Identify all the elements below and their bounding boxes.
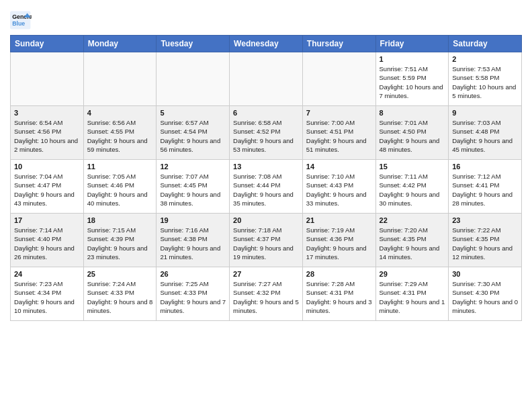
page-header: General Blue bbox=[10, 7, 522, 30]
weekday-header-friday: Friday bbox=[375, 36, 449, 52]
day-number: 30 bbox=[452, 270, 518, 278]
day-detail: Sunrise: 7:07 AMSunset: 4:45 PMDaylight:… bbox=[160, 172, 226, 208]
day-number: 18 bbox=[87, 216, 153, 224]
day-cell-24: 24Sunrise: 7:23 AMSunset: 4:34 PMDayligh… bbox=[11, 267, 84, 321]
day-detail: Sunrise: 7:30 AMSunset: 4:30 PMDaylight:… bbox=[452, 279, 518, 315]
day-cell-27: 27Sunrise: 7:27 AMSunset: 4:32 PMDayligh… bbox=[230, 267, 303, 321]
empty-cell bbox=[11, 52, 84, 106]
day-detail: Sunrise: 7:12 AMSunset: 4:41 PMDaylight:… bbox=[452, 172, 518, 208]
day-number: 28 bbox=[306, 270, 372, 278]
empty-cell bbox=[83, 52, 157, 106]
day-detail: Sunrise: 7:22 AMSunset: 4:35 PMDaylight:… bbox=[452, 226, 518, 261]
day-detail: Sunrise: 6:56 AMSunset: 4:55 PMDaylight:… bbox=[87, 118, 153, 154]
day-number: 29 bbox=[380, 270, 445, 278]
day-detail: Sunrise: 7:24 AMSunset: 4:33 PMDaylight:… bbox=[87, 279, 153, 315]
day-cell-2: 2Sunrise: 7:53 AMSunset: 5:58 PMDaylight… bbox=[449, 52, 522, 106]
day-number: 4 bbox=[87, 109, 153, 117]
day-cell-18: 18Sunrise: 7:15 AMSunset: 4:39 PMDayligh… bbox=[83, 214, 157, 267]
empty-cell bbox=[302, 52, 375, 106]
day-cell-3: 3Sunrise: 6:54 AMSunset: 4:56 PMDaylight… bbox=[11, 106, 84, 160]
day-detail: Sunrise: 7:10 AMSunset: 4:43 PMDaylight:… bbox=[306, 172, 372, 208]
day-cell-9: 9Sunrise: 7:03 AMSunset: 4:48 PMDaylight… bbox=[449, 106, 522, 160]
day-number: 13 bbox=[233, 163, 299, 171]
day-cell-5: 5Sunrise: 6:57 AMSunset: 4:54 PMDaylight… bbox=[157, 106, 230, 160]
day-number: 1 bbox=[380, 55, 445, 63]
day-cell-6: 6Sunrise: 6:58 AMSunset: 4:52 PMDaylight… bbox=[230, 106, 303, 160]
day-detail: Sunrise: 7:01 AMSunset: 4:50 PMDaylight:… bbox=[380, 118, 445, 154]
day-number: 11 bbox=[87, 163, 153, 171]
day-cell-22: 22Sunrise: 7:20 AMSunset: 4:35 PMDayligh… bbox=[375, 214, 449, 267]
day-cell-14: 14Sunrise: 7:10 AMSunset: 4:43 PMDayligh… bbox=[302, 160, 375, 214]
day-number: 5 bbox=[160, 109, 226, 117]
day-number: 17 bbox=[14, 216, 80, 224]
day-detail: Sunrise: 7:28 AMSunset: 4:31 PMDaylight:… bbox=[306, 279, 372, 315]
weekday-header-wednesday: Wednesday bbox=[230, 36, 303, 52]
day-cell-11: 11Sunrise: 7:05 AMSunset: 4:46 PMDayligh… bbox=[83, 160, 157, 214]
empty-cell bbox=[157, 52, 230, 106]
weekday-header-tuesday: Tuesday bbox=[157, 36, 230, 52]
day-detail: Sunrise: 7:05 AMSunset: 4:46 PMDaylight:… bbox=[87, 172, 153, 208]
day-detail: Sunrise: 7:23 AMSunset: 4:34 PMDaylight:… bbox=[14, 279, 80, 315]
day-number: 20 bbox=[233, 216, 299, 224]
day-detail: Sunrise: 7:53 AMSunset: 5:58 PMDaylight:… bbox=[452, 64, 518, 100]
day-number: 2 bbox=[452, 55, 518, 63]
day-detail: Sunrise: 7:04 AMSunset: 4:47 PMDaylight:… bbox=[14, 172, 80, 208]
day-cell-15: 15Sunrise: 7:11 AMSunset: 4:42 PMDayligh… bbox=[375, 160, 449, 214]
day-cell-23: 23Sunrise: 7:22 AMSunset: 4:35 PMDayligh… bbox=[449, 214, 522, 267]
day-cell-17: 17Sunrise: 7:14 AMSunset: 4:40 PMDayligh… bbox=[11, 214, 84, 267]
day-number: 10 bbox=[14, 163, 80, 171]
day-detail: Sunrise: 7:14 AMSunset: 4:40 PMDaylight:… bbox=[14, 226, 80, 261]
day-number: 26 bbox=[160, 270, 226, 278]
day-cell-4: 4Sunrise: 6:56 AMSunset: 4:55 PMDaylight… bbox=[83, 106, 157, 160]
day-cell-20: 20Sunrise: 7:18 AMSunset: 4:37 PMDayligh… bbox=[230, 214, 303, 267]
day-cell-19: 19Sunrise: 7:16 AMSunset: 4:38 PMDayligh… bbox=[157, 214, 230, 267]
day-number: 12 bbox=[160, 163, 226, 171]
day-detail: Sunrise: 7:51 AMSunset: 5:59 PMDaylight:… bbox=[380, 64, 445, 100]
day-cell-16: 16Sunrise: 7:12 AMSunset: 4:41 PMDayligh… bbox=[449, 160, 522, 214]
day-cell-25: 25Sunrise: 7:24 AMSunset: 4:33 PMDayligh… bbox=[83, 267, 157, 321]
day-detail: Sunrise: 7:27 AMSunset: 4:32 PMDaylight:… bbox=[233, 279, 299, 315]
weekday-header-sunday: Sunday bbox=[11, 36, 84, 52]
day-detail: Sunrise: 7:03 AMSunset: 4:48 PMDaylight:… bbox=[452, 118, 518, 154]
day-number: 6 bbox=[233, 109, 299, 117]
day-detail: Sunrise: 7:11 AMSunset: 4:42 PMDaylight:… bbox=[380, 172, 445, 208]
day-number: 23 bbox=[452, 216, 518, 224]
day-detail: Sunrise: 7:18 AMSunset: 4:37 PMDaylight:… bbox=[233, 226, 299, 261]
day-number: 24 bbox=[14, 270, 80, 278]
day-detail: Sunrise: 7:15 AMSunset: 4:39 PMDaylight:… bbox=[87, 226, 153, 261]
day-detail: Sunrise: 7:08 AMSunset: 4:44 PMDaylight:… bbox=[233, 172, 299, 208]
day-number: 8 bbox=[380, 109, 445, 117]
day-detail: Sunrise: 7:29 AMSunset: 4:31 PMDaylight:… bbox=[380, 279, 445, 315]
day-number: 27 bbox=[233, 270, 299, 278]
day-cell-21: 21Sunrise: 7:19 AMSunset: 4:36 PMDayligh… bbox=[302, 214, 375, 267]
logo: General Blue bbox=[10, 11, 32, 30]
day-cell-26: 26Sunrise: 7:25 AMSunset: 4:33 PMDayligh… bbox=[157, 267, 230, 321]
day-detail: Sunrise: 6:54 AMSunset: 4:56 PMDaylight:… bbox=[14, 118, 80, 154]
logo-icon: General Blue bbox=[10, 11, 32, 30]
day-cell-28: 28Sunrise: 7:28 AMSunset: 4:31 PMDayligh… bbox=[302, 267, 375, 321]
weekday-header-saturday: Saturday bbox=[449, 36, 522, 52]
weekday-header-thursday: Thursday bbox=[302, 36, 375, 52]
day-number: 21 bbox=[306, 216, 372, 224]
day-detail: Sunrise: 7:00 AMSunset: 4:51 PMDaylight:… bbox=[306, 118, 372, 154]
day-cell-10: 10Sunrise: 7:04 AMSunset: 4:47 PMDayligh… bbox=[11, 160, 84, 214]
day-number: 14 bbox=[306, 163, 372, 171]
day-cell-12: 12Sunrise: 7:07 AMSunset: 4:45 PMDayligh… bbox=[157, 160, 230, 214]
day-detail: Sunrise: 7:19 AMSunset: 4:36 PMDaylight:… bbox=[306, 226, 372, 261]
day-number: 7 bbox=[306, 109, 372, 117]
day-cell-29: 29Sunrise: 7:29 AMSunset: 4:31 PMDayligh… bbox=[375, 267, 449, 321]
day-cell-8: 8Sunrise: 7:01 AMSunset: 4:50 PMDaylight… bbox=[375, 106, 449, 160]
calendar-table: SundayMondayTuesdayWednesdayThursdayFrid… bbox=[10, 35, 522, 321]
day-number: 22 bbox=[380, 216, 445, 224]
day-cell-30: 30Sunrise: 7:30 AMSunset: 4:30 PMDayligh… bbox=[449, 267, 522, 321]
empty-cell bbox=[230, 52, 303, 106]
day-number: 9 bbox=[452, 109, 518, 117]
day-cell-1: 1Sunrise: 7:51 AMSunset: 5:59 PMDaylight… bbox=[375, 52, 449, 106]
day-cell-7: 7Sunrise: 7:00 AMSunset: 4:51 PMDaylight… bbox=[302, 106, 375, 160]
day-number: 15 bbox=[380, 163, 445, 171]
day-detail: Sunrise: 7:16 AMSunset: 4:38 PMDaylight:… bbox=[160, 226, 226, 261]
day-detail: Sunrise: 7:20 AMSunset: 4:35 PMDaylight:… bbox=[380, 226, 445, 261]
svg-text:Blue: Blue bbox=[12, 20, 25, 27]
day-number: 16 bbox=[452, 163, 518, 171]
day-number: 3 bbox=[14, 109, 80, 117]
